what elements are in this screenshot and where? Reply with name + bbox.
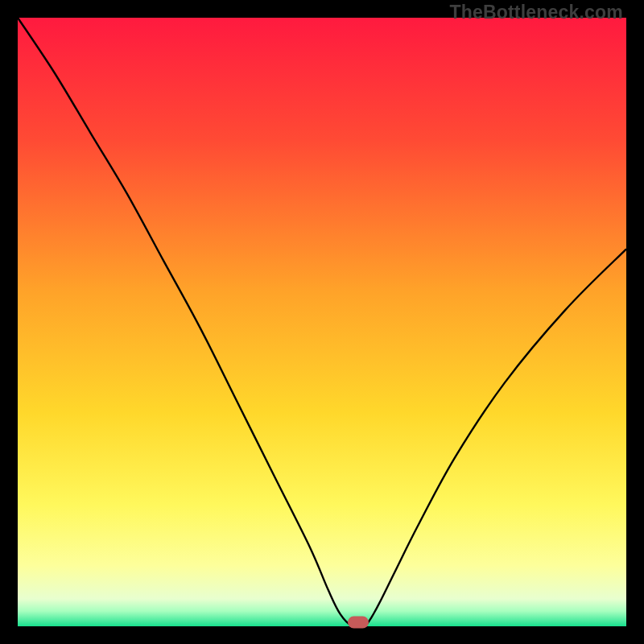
watermark-text: TheBottleneck.com	[449, 2, 623, 23]
chart-frame: TheBottleneck.com	[0, 0, 644, 644]
chart-svg	[18, 18, 626, 626]
bottleneck-curve	[18, 18, 626, 629]
optimum-marker	[348, 617, 369, 629]
